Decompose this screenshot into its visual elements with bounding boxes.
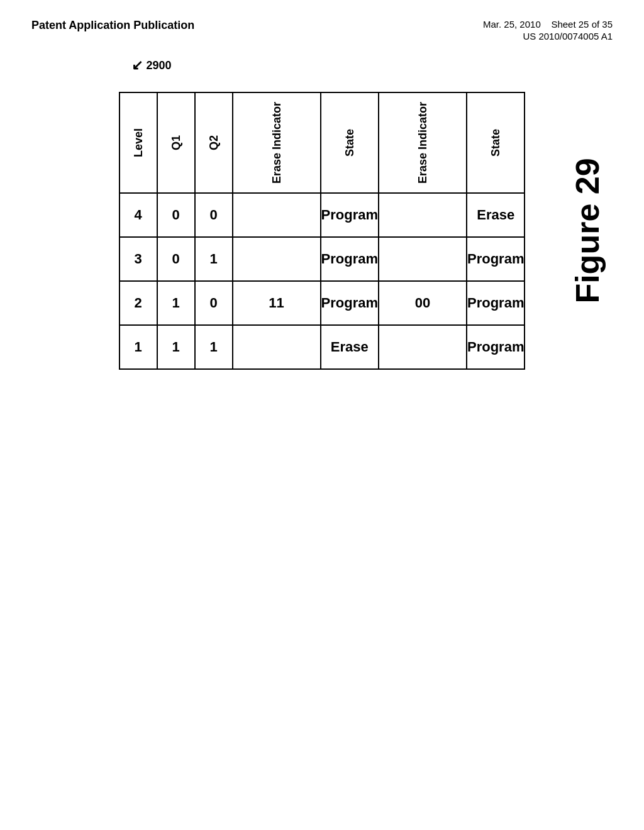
table-row: 3 0 1 Program Program [119,237,525,281]
header-left: Patent Application Publication [31,19,194,32]
cell-ei1-4 [233,193,321,237]
patent-title: Patent Application Publication [31,19,194,32]
cell-state1-2: Program [321,281,379,325]
col-header-q2: Q2 [195,92,233,193]
cell-ei2-4 [379,193,467,237]
header-patent: US 2010/0074005 A1 [523,31,613,42]
diagram-label-container: ↙ 2900 [131,57,172,74]
header: Patent Application Publication Mar. 25, … [0,0,644,54]
cell-q1-4: 0 [157,193,195,237]
cell-q2-3: 1 [195,237,233,281]
cell-state1-1: Erase [321,325,379,369]
cell-level-3: 3 [119,237,157,281]
col-header-erase-indicator-2: Erase Indicator [379,92,467,193]
cell-ei1-3 [233,237,321,281]
cell-q2-2: 0 [195,281,233,325]
header-date: Mar. 25, 2010 Sheet 25 of 35 [483,19,613,30]
cell-ei2-3 [379,237,467,281]
arrow-icon: ↙ [131,57,143,74]
table-row: 1 1 1 Erase Program [119,325,525,369]
figure-caption-container: Figure 29 [569,158,606,303]
cell-q1-2: 1 [157,281,195,325]
cell-state2-3: Program [467,237,525,281]
diagram-wrapper: ↙ 2900 Level Q1 Q2 [119,92,526,370]
table-row: 2 1 0 11 Program 00 Program [119,281,525,325]
cell-q2-1: 1 [195,325,233,369]
cell-state1-4: Program [321,193,379,237]
cell-ei2-2: 00 [379,281,467,325]
table-row: 4 0 0 Program Erase [119,193,525,237]
cell-q1-1: 1 [157,325,195,369]
main-content: ↙ 2900 Level Q1 Q2 [0,92,644,370]
cell-ei1-2: 11 [233,281,321,325]
cell-ei2-1 [379,325,467,369]
cell-state1-3: Program [321,237,379,281]
col-header-state-2: State [467,92,525,193]
cell-ei1-1 [233,325,321,369]
cell-q1-3: 0 [157,237,195,281]
col-header-q1: Q1 [157,92,195,193]
data-table: Level Q1 Q2 Erase Indicator State [119,92,526,370]
diagram-label: 2900 [147,59,172,72]
header-right: Mar. 25, 2010 Sheet 25 of 35 US 2010/007… [483,19,613,42]
cell-state2-4: Erase [467,193,525,237]
cell-state2-1: Program [467,325,525,369]
cell-level-4: 4 [119,193,157,237]
col-header-level: Level [119,92,157,193]
page: Patent Application Publication Mar. 25, … [0,0,644,370]
cell-level-1: 1 [119,325,157,369]
cell-level-2: 2 [119,281,157,325]
figure-caption: Figure 29 [569,158,606,303]
cell-q2-4: 0 [195,193,233,237]
table-header-row: Level Q1 Q2 Erase Indicator State [119,92,525,193]
col-header-state-1: State [321,92,379,193]
cell-state2-2: Program [467,281,525,325]
col-header-erase-indicator-1: Erase Indicator [233,92,321,193]
